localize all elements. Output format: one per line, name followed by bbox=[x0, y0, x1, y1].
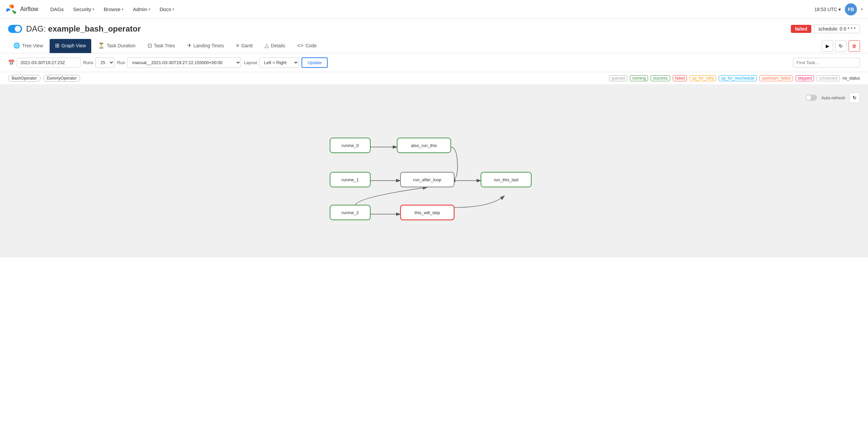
update-button[interactable]: Update bbox=[302, 57, 328, 68]
details-icon: △ bbox=[265, 42, 269, 49]
toolbar: 📅 Runs 25 10 50 Run manual__2021-03-30T1… bbox=[0, 53, 868, 72]
tab-code[interactable]: <> Code bbox=[292, 39, 322, 53]
status-scheduled: scheduled bbox=[817, 75, 840, 81]
operators-legend: BashOperator DummyOperator bbox=[8, 75, 80, 82]
tab-details[interactable]: △ Details bbox=[259, 39, 290, 53]
schedule-badge: schedule: 0 0 * * * bbox=[814, 25, 860, 33]
nav-security[interactable]: Security ▾ bbox=[69, 4, 98, 15]
run-label: Run bbox=[117, 60, 125, 65]
nav-dags[interactable]: DAGs bbox=[46, 4, 68, 15]
date-input[interactable] bbox=[17, 58, 81, 67]
user-avatar[interactable]: FB bbox=[845, 3, 857, 16]
graph-icon: ⊞ bbox=[55, 42, 59, 49]
legend-bar: BashOperator DummyOperator queued runnin… bbox=[0, 72, 868, 84]
refresh-button[interactable]: ↻ bbox=[835, 40, 846, 52]
nav-docs[interactable]: Docs ▾ bbox=[156, 4, 178, 15]
node-thiswillskip-label: this_will_skip bbox=[414, 210, 440, 215]
dag-toggle[interactable] bbox=[8, 25, 22, 33]
nav-browse[interactable]: Browse ▾ bbox=[100, 4, 127, 15]
page-header: DAG: example_bash_operator failed schedu… bbox=[0, 19, 868, 36]
node-runme2-label: runme_2 bbox=[341, 210, 359, 215]
node-runthislast-label: run_this_last bbox=[494, 177, 519, 182]
delete-button[interactable]: 🗑 bbox=[848, 40, 860, 52]
tab-gantt[interactable]: ≡ Gantt bbox=[231, 39, 258, 53]
admin-chevron: ▾ bbox=[149, 7, 150, 11]
run-button[interactable]: ▶ bbox=[822, 40, 833, 52]
dag-title: DAG: example_bash_operator bbox=[26, 24, 141, 34]
landing-icon: ✈ bbox=[187, 42, 191, 49]
bash-operator-badge[interactable]: BashOperator bbox=[8, 75, 40, 82]
run-selector: Run manual__2021-03-30T19:27:22.155000+0… bbox=[117, 57, 241, 68]
node-runafterloop-label: run_after_loop bbox=[413, 177, 441, 182]
navbar-right: 18:53 UTC ▾ FB ▾ bbox=[814, 3, 863, 16]
navbar: Airflow DAGs Security ▾ Browse ▾ Admin ▾… bbox=[0, 0, 868, 19]
tabs-actions: ▶ ↻ 🗑 bbox=[822, 40, 860, 52]
status-up-for-reschedule: up_for_reschedule bbox=[719, 75, 757, 81]
duration-icon: ⏳ bbox=[98, 42, 105, 49]
user-chevron: ▾ bbox=[861, 7, 863, 11]
status-success: success bbox=[651, 75, 670, 81]
node-alsorunthis-label: also_run_this bbox=[411, 143, 437, 148]
graph-controls: Auto-refresh ↻ bbox=[8, 92, 860, 103]
code-icon: <> bbox=[297, 42, 304, 49]
dag-svg: runme_0 also_run_this runme_1 run_after_… bbox=[303, 115, 565, 243]
layout-label: Layout bbox=[244, 60, 257, 65]
status-skipped: skipped bbox=[796, 75, 814, 81]
tab-landing[interactable]: ✈ Landing Times bbox=[182, 39, 229, 53]
tabs-bar: 🌐 Tree View ⊞ Graph View ⏳ Task Duration… bbox=[0, 39, 868, 53]
date-wrapper: 📅 bbox=[8, 58, 81, 67]
svg-point-1 bbox=[10, 8, 12, 10]
graph-refresh-button[interactable]: ↻ bbox=[849, 92, 860, 103]
node-runme0-label: runme_0 bbox=[341, 143, 359, 148]
edge-runme2-runafterloop bbox=[355, 187, 427, 206]
failed-badge: failed bbox=[791, 25, 811, 33]
dummy-operator-badge[interactable]: DummyOperator bbox=[43, 75, 81, 82]
layout-select[interactable]: Left > Right Top > Bottom bbox=[259, 57, 299, 68]
run-select[interactable]: manual__2021-03-30T19:27:22.155000+00:00 bbox=[127, 57, 241, 68]
status-no-status: no_status bbox=[842, 76, 860, 81]
auto-refresh-toggle[interactable] bbox=[806, 95, 817, 101]
nav-menu: DAGs Security ▾ Browse ▾ Admin ▾ Docs ▾ bbox=[46, 4, 814, 15]
status-up-for-retry: up_for_retry bbox=[689, 75, 716, 81]
status-legend: queued running success failed up_for_ret… bbox=[609, 75, 860, 81]
tab-tree[interactable]: 🌐 Tree View bbox=[8, 39, 48, 53]
find-task-input[interactable] bbox=[793, 58, 860, 67]
graph-area: Auto-refresh ↻ bbox=[0, 84, 868, 257]
tab-tries[interactable]: ⊡ Task Tries bbox=[142, 39, 181, 53]
dag-title-area: DAG: example_bash_operator bbox=[8, 24, 141, 34]
time-chevron: ▾ bbox=[838, 7, 841, 12]
brand[interactable]: Airflow bbox=[5, 3, 38, 16]
tab-duration[interactable]: ⏳ Task Duration bbox=[93, 39, 141, 53]
gantt-icon: ≡ bbox=[236, 42, 239, 49]
nav-admin[interactable]: Admin ▾ bbox=[129, 4, 154, 15]
status-running: running bbox=[630, 75, 648, 81]
edge-thiswillskip-runthislast bbox=[454, 196, 504, 207]
dag-status-area: failed schedule: 0 0 * * * bbox=[791, 25, 860, 33]
layout-selector: Layout Left > Right Top > Bottom bbox=[244, 57, 299, 68]
runs-label: Runs bbox=[83, 60, 93, 65]
security-chevron: ▾ bbox=[93, 7, 94, 11]
calendar-icon: 📅 bbox=[8, 59, 15, 66]
dag-graph: runme_0 also_run_this runme_1 run_after_… bbox=[8, 108, 860, 249]
status-upstream-failed: upstream_failed bbox=[760, 75, 793, 81]
tab-graph[interactable]: ⊞ Graph View bbox=[50, 39, 91, 53]
brand-name: Airflow bbox=[20, 6, 38, 13]
tree-icon: 🌐 bbox=[13, 42, 20, 49]
status-queued: queued bbox=[609, 75, 627, 81]
status-failed: failed bbox=[673, 75, 687, 81]
runs-selector: Runs 25 10 50 bbox=[83, 57, 114, 68]
airflow-logo bbox=[5, 3, 18, 16]
tries-icon: ⊡ bbox=[148, 42, 152, 49]
runs-select[interactable]: 25 10 50 bbox=[95, 57, 114, 68]
node-runme1-label: runme_1 bbox=[341, 177, 359, 182]
time-display[interactable]: 18:53 UTC ▾ bbox=[814, 7, 841, 12]
auto-refresh-label: Auto-refresh bbox=[821, 95, 845, 101]
docs-chevron: ▾ bbox=[173, 7, 174, 11]
browse-chevron: ▾ bbox=[122, 7, 123, 11]
